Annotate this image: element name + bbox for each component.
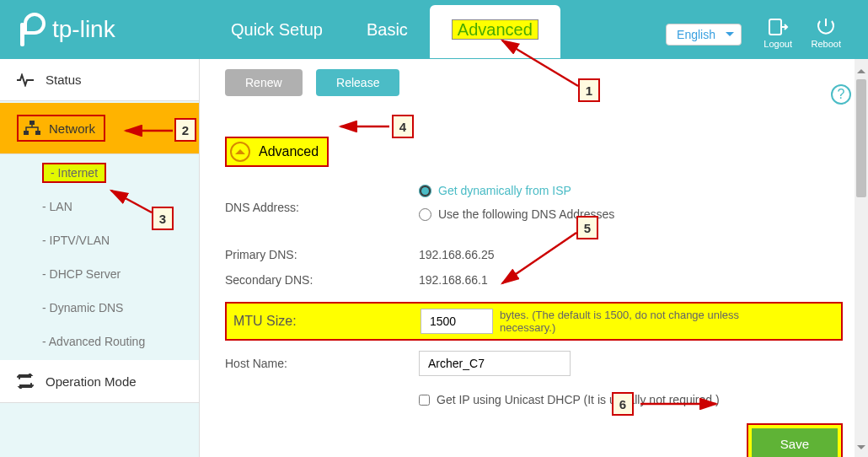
scrollbar[interactable] <box>855 59 868 457</box>
svg-rect-1 <box>29 121 35 125</box>
mtu-row: MTU Size: bytes. (The default is 1500, d… <box>225 302 843 341</box>
main-panel: Renew Release ? Advanced DNS Address: Ge… <box>199 59 868 457</box>
sidebar-sub-network: - Internet - LAN - IPTV/VLAN - DHCP Serv… <box>0 156 199 358</box>
sidebar-sub-internet[interactable]: - Internet <box>0 156 199 190</box>
sidebar-sub-ddns[interactable]: - Dynamic DNS <box>0 291 199 325</box>
callout-5: 5 <box>576 216 598 239</box>
release-button[interactable]: Release <box>316 69 399 96</box>
sidebar-item-status[interactable]: Status <box>0 59 199 101</box>
sidebar-sub-routing[interactable]: - Advanced Routing <box>0 325 199 358</box>
chevron-up-icon <box>230 142 250 162</box>
svg-rect-0 <box>769 19 781 35</box>
advanced-toggle[interactable]: Advanced <box>225 137 329 167</box>
callout-2: 2 <box>174 118 196 142</box>
brand-icon <box>17 13 46 46</box>
logout-button[interactable]: Logout <box>764 17 792 49</box>
scroll-down-icon[interactable] <box>855 440 868 454</box>
scroll-thumb[interactable] <box>856 79 866 197</box>
brand-logo: tp-link <box>17 13 115 46</box>
primary-dns-row: Primary DNS: 192.168.66.25 <box>225 248 843 261</box>
primary-dns-value: 192.168.66.25 <box>419 248 843 261</box>
header: tp-link Quick Setup Basic Advanced Engli… <box>0 0 868 59</box>
svg-rect-3 <box>35 131 40 135</box>
callout-1: 1 <box>578 78 600 102</box>
reboot-icon <box>815 17 837 37</box>
secondary-dns-value: 192.168.66.1 <box>419 273 843 287</box>
renew-button[interactable]: Renew <box>225 69 303 96</box>
tab-advanced[interactable]: Advanced <box>430 5 560 58</box>
help-icon[interactable]: ? <box>831 84 851 105</box>
cycle-icon <box>17 374 34 389</box>
tab-basic[interactable]: Basic <box>345 0 430 58</box>
mtu-note: bytes. (The default is 1500, do not chan… <box>500 309 795 334</box>
secondary-dns-row: Secondary DNS: 192.168.66.1 <box>225 273 843 287</box>
network-icon <box>24 121 40 136</box>
dns-address-row: DNS Address: Get dynamically from ISP Us… <box>225 184 843 231</box>
brand-name: tp-link <box>52 16 115 43</box>
top-tabs: Quick Setup Basic Advanced <box>209 0 560 58</box>
pulse-icon <box>17 73 34 87</box>
language-select[interactable]: English <box>666 24 742 46</box>
mtu-input[interactable] <box>421 309 493 334</box>
sidebar: Status Network - Internet - LAN - IPTV/V… <box>0 59 199 457</box>
dns-manual-radio[interactable]: Use the following DNS Addresses <box>419 207 843 221</box>
logout-icon <box>767 17 789 37</box>
sidebar-item-network[interactable]: Network <box>0 103 199 154</box>
callout-4: 4 <box>392 115 414 138</box>
callout-3: 3 <box>152 207 174 230</box>
sidebar-item-operation-mode[interactable]: Operation Mode <box>0 360 199 403</box>
callout-6: 6 <box>612 392 634 416</box>
reboot-button[interactable]: Reboot <box>812 17 841 49</box>
hostname-input[interactable] <box>419 351 571 376</box>
hostname-row: Host Name: <box>225 351 843 376</box>
tab-quick-setup[interactable]: Quick Setup <box>209 0 345 58</box>
svg-rect-2 <box>24 131 29 135</box>
scroll-up-icon[interactable] <box>855 62 868 76</box>
dns-dynamic-radio[interactable]: Get dynamically from ISP <box>419 184 843 197</box>
save-button[interactable]: Save <box>752 428 838 457</box>
save-highlight: Save <box>747 423 843 457</box>
sidebar-sub-dhcp[interactable]: - DHCP Server <box>0 257 199 291</box>
